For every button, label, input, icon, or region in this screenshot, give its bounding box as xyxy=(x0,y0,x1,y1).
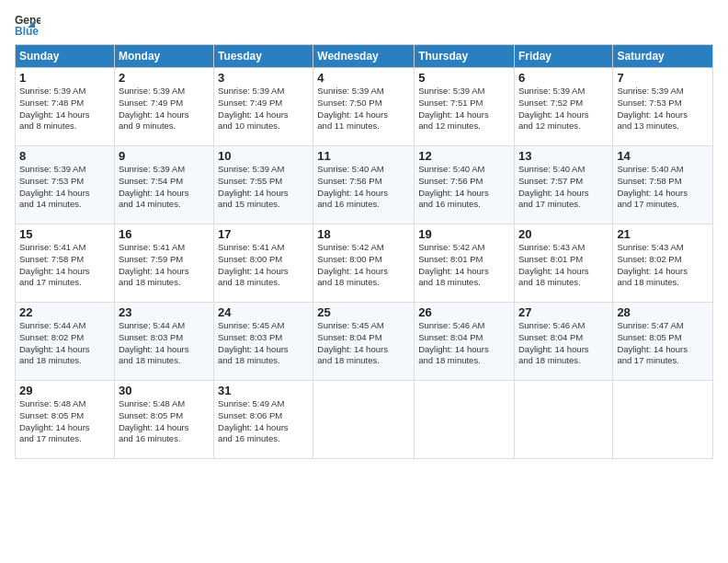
day-number: 1 xyxy=(19,71,110,85)
calendar-cell: 6Sunrise: 5:39 AM Sunset: 7:52 PM Daylig… xyxy=(514,68,612,146)
day-number: 4 xyxy=(317,71,410,85)
day-info: Sunrise: 5:46 AM Sunset: 8:04 PM Dayligh… xyxy=(518,320,609,367)
calendar-cell: 28Sunrise: 5:47 AM Sunset: 8:05 PM Dayli… xyxy=(613,303,713,381)
calendar-cell: 7Sunrise: 5:39 AM Sunset: 7:53 PM Daylig… xyxy=(613,68,713,146)
calendar-cell: 16Sunrise: 5:41 AM Sunset: 7:59 PM Dayli… xyxy=(114,224,213,303)
day-info: Sunrise: 5:48 AM Sunset: 8:05 PM Dayligh… xyxy=(19,398,110,445)
day-number: 16 xyxy=(119,227,210,241)
calendar-cell: 17Sunrise: 5:41 AM Sunset: 8:00 PM Dayli… xyxy=(214,224,313,303)
calendar-table: SundayMondayTuesdayWednesdayThursdayFrid… xyxy=(15,44,713,459)
calendar-cell: 31Sunrise: 5:49 AM Sunset: 8:06 PM Dayli… xyxy=(214,381,313,459)
day-info: Sunrise: 5:48 AM Sunset: 8:05 PM Dayligh… xyxy=(119,398,210,445)
calendar-week-row: 15Sunrise: 5:41 AM Sunset: 7:58 PM Dayli… xyxy=(16,224,713,303)
weekday-header: Friday xyxy=(514,45,612,68)
day-number: 31 xyxy=(218,384,309,397)
day-number: 7 xyxy=(617,71,709,85)
day-number: 19 xyxy=(418,227,510,241)
calendar-cell: 27Sunrise: 5:46 AM Sunset: 8:04 PM Dayli… xyxy=(514,303,612,381)
calendar-cell: 10Sunrise: 5:39 AM Sunset: 7:55 PM Dayli… xyxy=(214,146,313,224)
svg-text:Blue: Blue xyxy=(15,25,39,37)
calendar-cell: 29Sunrise: 5:48 AM Sunset: 8:05 PM Dayli… xyxy=(16,381,115,459)
calendar-cell: 3Sunrise: 5:39 AM Sunset: 7:49 PM Daylig… xyxy=(214,68,313,146)
day-info: Sunrise: 5:41 AM Sunset: 8:00 PM Dayligh… xyxy=(218,242,309,289)
calendar-cell: 18Sunrise: 5:42 AM Sunset: 8:00 PM Dayli… xyxy=(313,224,415,303)
day-number: 29 xyxy=(19,384,110,397)
day-number: 2 xyxy=(119,71,210,85)
day-number: 30 xyxy=(119,384,210,397)
calendar-cell: 24Sunrise: 5:45 AM Sunset: 8:03 PM Dayli… xyxy=(214,303,313,381)
day-number: 8 xyxy=(19,149,110,163)
day-number: 15 xyxy=(19,227,110,241)
day-info: Sunrise: 5:39 AM Sunset: 7:51 PM Dayligh… xyxy=(418,86,510,132)
calendar-cell: 30Sunrise: 5:48 AM Sunset: 8:05 PM Dayli… xyxy=(114,381,213,459)
day-number: 20 xyxy=(518,227,609,241)
calendar-cell: 11Sunrise: 5:40 AM Sunset: 7:56 PM Dayli… xyxy=(313,146,415,224)
calendar-cell xyxy=(313,381,415,459)
calendar-cell: 8Sunrise: 5:39 AM Sunset: 7:53 PM Daylig… xyxy=(16,146,115,224)
calendar-cell xyxy=(514,381,612,459)
weekday-header: Saturday xyxy=(613,45,713,68)
day-info: Sunrise: 5:43 AM Sunset: 8:02 PM Dayligh… xyxy=(617,242,709,289)
day-info: Sunrise: 5:41 AM Sunset: 7:59 PM Dayligh… xyxy=(119,242,210,289)
day-info: Sunrise: 5:39 AM Sunset: 7:52 PM Dayligh… xyxy=(518,86,609,132)
day-info: Sunrise: 5:43 AM Sunset: 8:01 PM Dayligh… xyxy=(518,242,609,289)
day-info: Sunrise: 5:44 AM Sunset: 8:02 PM Dayligh… xyxy=(19,320,110,367)
day-number: 5 xyxy=(418,71,510,85)
day-number: 28 xyxy=(617,305,709,319)
calendar-week-row: 8Sunrise: 5:39 AM Sunset: 7:53 PM Daylig… xyxy=(16,146,713,224)
day-info: Sunrise: 5:39 AM Sunset: 7:49 PM Dayligh… xyxy=(119,86,210,132)
day-number: 14 xyxy=(617,149,709,163)
day-number: 22 xyxy=(19,305,110,319)
day-number: 26 xyxy=(418,305,510,319)
weekday-header: Monday xyxy=(114,45,213,68)
calendar-cell: 1Sunrise: 5:39 AM Sunset: 7:48 PM Daylig… xyxy=(16,68,115,146)
day-info: Sunrise: 5:42 AM Sunset: 8:01 PM Dayligh… xyxy=(418,242,510,289)
calendar-week-row: 29Sunrise: 5:48 AM Sunset: 8:05 PM Dayli… xyxy=(16,381,713,459)
day-number: 25 xyxy=(317,305,410,319)
weekday-header: Thursday xyxy=(415,45,515,68)
weekday-header: Wednesday xyxy=(313,45,415,68)
day-info: Sunrise: 5:39 AM Sunset: 7:48 PM Dayligh… xyxy=(19,86,110,132)
calendar-week-row: 1Sunrise: 5:39 AM Sunset: 7:48 PM Daylig… xyxy=(16,68,713,146)
day-number: 12 xyxy=(418,149,510,163)
calendar-cell: 4Sunrise: 5:39 AM Sunset: 7:50 PM Daylig… xyxy=(313,68,415,146)
day-info: Sunrise: 5:39 AM Sunset: 7:53 PM Dayligh… xyxy=(19,164,110,211)
day-number: 10 xyxy=(218,149,309,163)
calendar-cell: 22Sunrise: 5:44 AM Sunset: 8:02 PM Dayli… xyxy=(16,303,115,381)
day-info: Sunrise: 5:44 AM Sunset: 8:03 PM Dayligh… xyxy=(119,320,210,367)
day-number: 9 xyxy=(119,149,210,163)
day-info: Sunrise: 5:47 AM Sunset: 8:05 PM Dayligh… xyxy=(617,320,709,367)
calendar-header-row: SundayMondayTuesdayWednesdayThursdayFrid… xyxy=(16,45,713,68)
calendar-week-row: 22Sunrise: 5:44 AM Sunset: 8:02 PM Dayli… xyxy=(16,303,713,381)
calendar-cell: 26Sunrise: 5:46 AM Sunset: 8:04 PM Dayli… xyxy=(415,303,515,381)
calendar-cell: 25Sunrise: 5:45 AM Sunset: 8:04 PM Dayli… xyxy=(313,303,415,381)
day-info: Sunrise: 5:45 AM Sunset: 8:03 PM Dayligh… xyxy=(218,320,309,367)
day-number: 18 xyxy=(317,227,410,241)
calendar-cell xyxy=(613,381,713,459)
weekday-header: Sunday xyxy=(16,45,115,68)
day-info: Sunrise: 5:45 AM Sunset: 8:04 PM Dayligh… xyxy=(317,320,410,367)
day-number: 17 xyxy=(218,227,309,241)
day-info: Sunrise: 5:39 AM Sunset: 7:49 PM Dayligh… xyxy=(218,86,309,132)
header: General Blue xyxy=(15,11,713,37)
day-info: Sunrise: 5:41 AM Sunset: 7:58 PM Dayligh… xyxy=(19,242,110,289)
calendar-cell: 20Sunrise: 5:43 AM Sunset: 8:01 PM Dayli… xyxy=(514,224,612,303)
day-info: Sunrise: 5:40 AM Sunset: 7:56 PM Dayligh… xyxy=(418,164,510,211)
calendar-cell: 2Sunrise: 5:39 AM Sunset: 7:49 PM Daylig… xyxy=(114,68,213,146)
day-number: 27 xyxy=(518,305,609,319)
day-number: 13 xyxy=(518,149,609,163)
calendar-cell: 5Sunrise: 5:39 AM Sunset: 7:51 PM Daylig… xyxy=(415,68,515,146)
day-number: 11 xyxy=(317,149,410,163)
calendar-cell: 13Sunrise: 5:40 AM Sunset: 7:57 PM Dayli… xyxy=(514,146,612,224)
day-info: Sunrise: 5:40 AM Sunset: 7:58 PM Dayligh… xyxy=(617,164,709,211)
day-number: 3 xyxy=(218,71,309,85)
page: General Blue SundayMondayTuesdayWednesda… xyxy=(0,0,728,563)
calendar-cell: 21Sunrise: 5:43 AM Sunset: 8:02 PM Dayli… xyxy=(613,224,713,303)
day-info: Sunrise: 5:39 AM Sunset: 7:54 PM Dayligh… xyxy=(119,164,210,211)
day-info: Sunrise: 5:42 AM Sunset: 8:00 PM Dayligh… xyxy=(317,242,410,289)
calendar-cell: 9Sunrise: 5:39 AM Sunset: 7:54 PM Daylig… xyxy=(114,146,213,224)
calendar-cell: 14Sunrise: 5:40 AM Sunset: 7:58 PM Dayli… xyxy=(613,146,713,224)
day-info: Sunrise: 5:46 AM Sunset: 8:04 PM Dayligh… xyxy=(418,320,510,367)
logo: General Blue xyxy=(15,11,44,37)
day-info: Sunrise: 5:40 AM Sunset: 7:57 PM Dayligh… xyxy=(518,164,609,211)
